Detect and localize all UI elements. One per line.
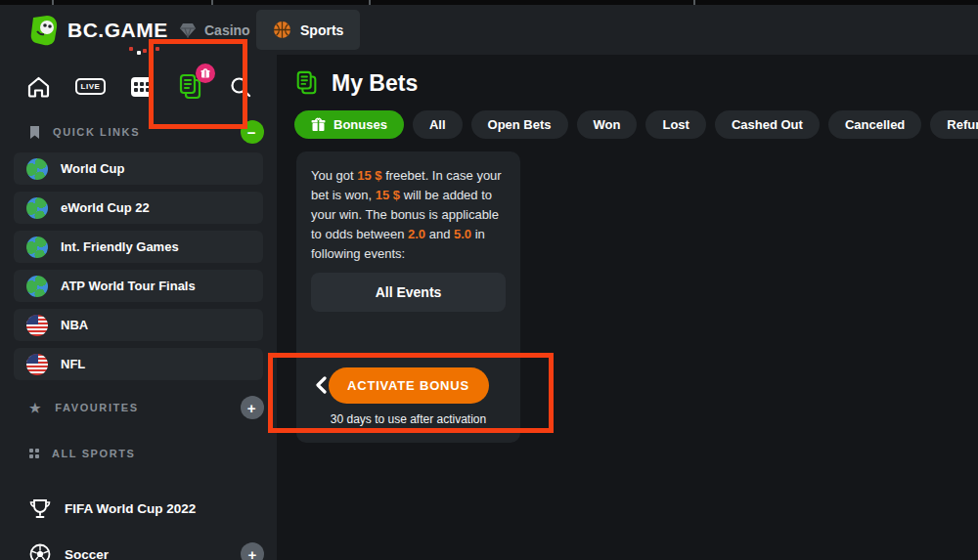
trophy-icon — [29, 498, 51, 519]
casino-nav-button[interactable]: Casino — [179, 18, 250, 43]
usa-flag-icon — [26, 354, 48, 375]
my-bets-betslip-icon[interactable] — [177, 72, 204, 102]
tab-lost[interactable]: Lost — [645, 110, 705, 139]
logo-text: BC.GAME — [67, 19, 168, 42]
quick-link-label: World Cup — [61, 161, 124, 176]
quick-link-eworld-cup-22[interactable]: eWorld Cup 22 — [14, 192, 263, 224]
sport-label: FIFA World Cup 2022 — [65, 501, 196, 516]
bcgame-logo-icon — [27, 14, 61, 47]
all-sports-header: ALL SPORTS — [0, 442, 277, 465]
tab-label: All — [429, 117, 446, 132]
tab-bonuses[interactable]: Bonuses — [294, 110, 404, 139]
sidebar-item-soccer[interactable]: Soccer + — [0, 541, 277, 560]
star-icon: ★ — [29, 401, 42, 415]
bonus-description: You got 15 $ freebet. In case your bet i… — [311, 166, 507, 264]
basketball-icon — [273, 21, 291, 39]
quick-link-int-friendly-games[interactable]: Int. Friendly Games — [14, 231, 263, 263]
globe-icon — [26, 197, 48, 219]
search-icon[interactable] — [230, 76, 251, 98]
diamond-icon — [179, 22, 197, 38]
bonus-expiry-note: 30 days to use after activation — [296, 412, 520, 426]
tab-won[interactable]: Won — [577, 110, 638, 139]
browser-top-strip — [0, 0, 978, 5]
bookmark-icon — [29, 126, 40, 139]
all-events-button[interactable]: All Events — [311, 273, 506, 312]
grid-icon — [29, 449, 33, 452]
quick-link-atp-world-tour-finals[interactable]: ATP World Tour Finals — [14, 270, 263, 302]
top-header: BC.GAME Casino Sports — [0, 5, 978, 55]
quick-links-header: QUICK LINKS − — [0, 120, 277, 144]
calendar-icon[interactable] — [131, 77, 153, 97]
sidebar-item-fifa-world-cup-2022[interactable]: FIFA World Cup 2022 — [0, 495, 277, 521]
collapse-minus-button[interactable]: − — [241, 120, 264, 144]
quick-links-list: World Cup eWorld Cup 22 Int. Friendly Ga… — [0, 152, 277, 380]
favourites-header: ★ FAVOURITES + — [0, 396, 277, 419]
live-icon[interactable]: LIVE — [75, 78, 107, 95]
all-events-label: All Events — [376, 284, 442, 300]
sports-label: Sports — [300, 22, 343, 38]
tab-refund[interactable]: Refund — [930, 110, 978, 139]
bonus-gift-badge — [196, 64, 215, 83]
logo-confetti — [129, 47, 133, 51]
quick-link-world-cup[interactable]: World Cup — [14, 152, 263, 185]
quick-link-label: eWorld Cup 22 — [61, 200, 150, 215]
my-bets-betslip-icon — [294, 69, 320, 97]
sidebar: LIVE — [0, 55, 277, 560]
gift-icon — [311, 117, 326, 132]
tab-label: Won — [594, 117, 621, 132]
add-soccer-button[interactable]: + — [241, 542, 264, 560]
activate-row: ACTIVATE BONUS — [296, 367, 520, 404]
quick-link-nba[interactable]: NBA — [14, 309, 263, 341]
sport-label: Soccer — [65, 547, 109, 560]
bet-filter-tabs: Bonuses All Open Bets Won Lost Cashed Ou… — [294, 110, 978, 139]
tab-cashed-out[interactable]: Cashed Out — [715, 110, 820, 139]
usa-flag-icon — [26, 315, 48, 336]
favourites-title: FAVOURITES — [55, 402, 138, 413]
quick-link-label: NFL — [61, 357, 85, 371]
soccer-ball-icon — [29, 543, 51, 560]
quick-links-title: QUICK LINKS — [53, 126, 140, 138]
tab-label: Cashed Out — [732, 117, 803, 132]
page-title-row: My Bets — [277, 55, 978, 97]
tab-all[interactable]: All — [413, 110, 463, 139]
globe-icon — [26, 158, 48, 180]
page-title: My Bets — [332, 70, 418, 97]
tab-label: Cancelled — [845, 117, 905, 132]
tab-cancelled[interactable]: Cancelled — [828, 110, 921, 139]
tab-label: Bonuses — [333, 117, 387, 132]
main-content: My Bets Bonuses All Open Bets Won Lost C… — [277, 55, 978, 560]
all-sports-title: ALL SPORTS — [52, 448, 135, 459]
globe-icon — [26, 276, 48, 297]
freebet-bonus-card: You got 15 $ freebet. In case your bet i… — [296, 151, 520, 443]
quick-link-label: Int. Friendly Games — [61, 239, 179, 254]
live-label: LIVE — [75, 78, 107, 95]
tab-label: Open Bets — [488, 117, 552, 132]
tab-label: Refund — [947, 117, 978, 132]
quick-link-label: ATP World Tour Finals — [61, 279, 196, 293]
quick-link-nfl[interactable]: NFL — [14, 348, 263, 380]
globe-icon — [26, 237, 48, 258]
home-icon[interactable] — [27, 76, 50, 98]
sports-nav-button[interactable]: Sports — [256, 10, 360, 50]
tab-open-bets[interactable]: Open Bets — [471, 110, 568, 139]
activate-bonus-label: ACTIVATE BONUS — [347, 378, 469, 393]
tab-label: Lost — [662, 117, 689, 132]
quick-link-label: NBA — [61, 318, 88, 332]
add-favourite-button[interactable]: + — [241, 396, 264, 419]
sidebar-nav-icons: LIVE — [0, 55, 277, 102]
bcgame-logo[interactable]: BC.GAME — [27, 14, 168, 47]
chevron-left-icon[interactable] — [309, 373, 333, 397]
activate-bonus-button[interactable]: ACTIVATE BONUS — [329, 367, 489, 404]
casino-label: Casino — [204, 22, 250, 38]
